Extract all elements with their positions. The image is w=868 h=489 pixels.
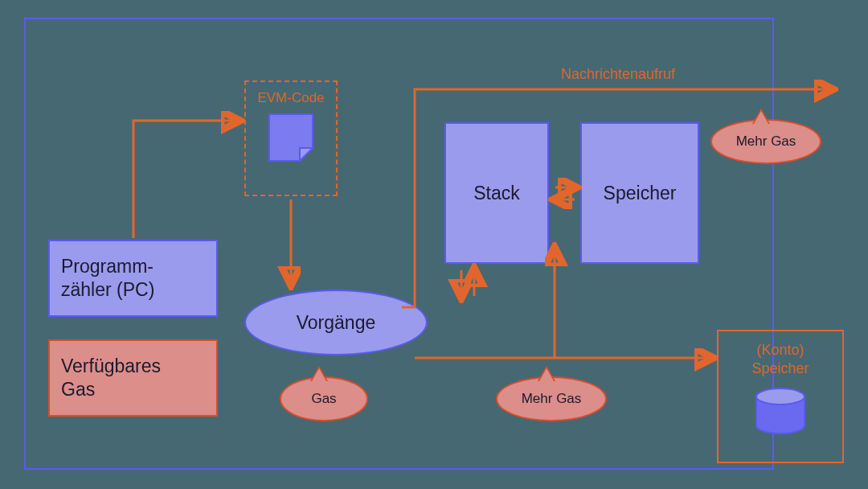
box-speicher-label: Speicher bbox=[604, 183, 677, 204]
bubble-gas: Gas bbox=[280, 376, 368, 421]
konto-line2: Speicher bbox=[719, 360, 842, 378]
bubble-gas-label: Gas bbox=[311, 391, 336, 407]
box-speicher: Speicher bbox=[580, 122, 699, 264]
box-stack-label: Stack bbox=[473, 183, 520, 204]
box-verfuegbares-gas-label: Verfügbares Gas bbox=[61, 355, 161, 401]
bubble-mehr-gas-bottom-label: Mehr Gas bbox=[522, 391, 582, 407]
ellipse-vorgaenge-label: Vorgänge bbox=[297, 312, 375, 334]
database-icon bbox=[755, 387, 806, 432]
svg-point-4 bbox=[756, 388, 805, 405]
bubble-mehr-gas-top: Mehr Gas bbox=[710, 119, 821, 164]
box-stack: Stack bbox=[444, 122, 549, 264]
bubble-mehr-gas-top-label: Mehr Gas bbox=[736, 134, 796, 150]
box-programm-zaehler-label: Programm- zähler (PC) bbox=[61, 255, 154, 302]
konto-line1: (Konto) bbox=[719, 341, 842, 360]
box-konto-speicher: (Konto) Speicher bbox=[717, 330, 844, 463]
evm-code-label: EVM-Code bbox=[246, 90, 336, 106]
box-verfuegbares-gas: Verfügbares Gas bbox=[48, 339, 218, 417]
document-icon bbox=[268, 113, 314, 162]
bubble-mehr-gas-bottom: Mehr Gas bbox=[496, 376, 607, 421]
ellipse-vorgaenge: Vorgänge bbox=[244, 290, 428, 355]
label-nachrichtenaufruf: Nachrichtenaufruf bbox=[561, 66, 675, 83]
box-programm-zaehler: Programm- zähler (PC) bbox=[48, 240, 218, 317]
box-evm-code: EVM-Code bbox=[244, 80, 338, 196]
